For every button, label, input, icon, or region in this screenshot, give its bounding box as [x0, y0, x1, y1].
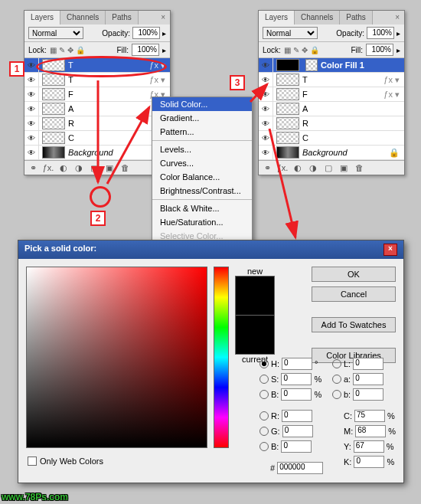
current-swatch: [235, 315, 275, 355]
layer-thumb: [276, 59, 299, 71]
L-input[interactable]: 0: [353, 358, 383, 370]
adjustment-menu: Solid Color... Gradient... Pattern... Le…: [152, 97, 253, 244]
fill-value[interactable]: 100%: [132, 44, 159, 56]
add-swatches-button[interactable]: Add To Swatches: [312, 317, 396, 332]
lock-label: Lock:: [28, 46, 47, 54]
folder-icon[interactable]: ▢: [89, 162, 100, 173]
layer-row[interactable]: Tƒx ▾: [259, 73, 404, 87]
radio-L[interactable]: [332, 359, 341, 368]
eye-icon[interactable]: [24, 131, 39, 145]
mask-icon[interactable]: ◐: [58, 162, 69, 173]
eye-icon[interactable]: [259, 58, 273, 72]
layer-row[interactable]: R: [259, 116, 404, 131]
new-layer-icon[interactable]: ▣: [104, 162, 115, 173]
color-picker-dialog: Pick a solid color:× new current OK Canc…: [18, 240, 404, 483]
ok-button[interactable]: OK: [312, 267, 396, 282]
lock-brush-icon[interactable]: ✎: [59, 46, 65, 54]
hex-input[interactable]: 000000: [277, 462, 323, 474]
opacity-label: Opacity:: [102, 29, 130, 38]
step-2: 2: [90, 211, 106, 226]
radio-s[interactable]: [259, 375, 269, 384]
menu-pattern[interactable]: Pattern...: [152, 125, 252, 139]
lock-all-icon[interactable]: 🔒: [76, 46, 85, 54]
layer-row[interactable]: Color Fill 1: [259, 58, 404, 73]
radio-g[interactable]: [259, 427, 269, 436]
layer-row[interactable]: Fƒx ▾: [259, 87, 404, 102]
radio-h[interactable]: [259, 359, 269, 368]
menu-color-balance[interactable]: Color Balance...: [152, 170, 252, 184]
lock-move-icon[interactable]: ✥: [67, 46, 73, 54]
layer-row[interactable]: A: [24, 102, 170, 116]
layer-row[interactable]: A: [259, 102, 404, 116]
layer-row[interactable]: R: [24, 116, 170, 131]
mask-thumb: [305, 59, 318, 71]
layer-row[interactable]: Background🔒: [24, 146, 170, 160]
layer-row[interactable]: C: [24, 131, 170, 146]
close-icon[interactable]: ×: [156, 11, 170, 25]
layer-row[interactable]: Background🔒: [259, 146, 404, 160]
new-label: new: [235, 267, 275, 276]
menu-brightness-contrast[interactable]: Brightness/Contrast...: [152, 184, 252, 198]
s-input[interactable]: 0: [281, 373, 312, 385]
menu-curves[interactable]: Curves...: [152, 156, 252, 170]
step-1: 1: [9, 61, 24, 77]
eye-icon[interactable]: [24, 116, 39, 130]
layer-row[interactable]: Fƒx ▾: [24, 87, 170, 102]
layers-panel-2: LayersChannelsPaths× NormalOpacity:100%▸…: [258, 10, 405, 175]
cancel-button[interactable]: Cancel: [312, 286, 396, 302]
eye-icon[interactable]: [24, 87, 39, 101]
radio-b[interactable]: [259, 390, 269, 399]
checkbox[interactable]: [28, 457, 37, 466]
hue-slider[interactable]: [214, 267, 229, 448]
h-input[interactable]: 0: [282, 358, 312, 370]
a-input[interactable]: 0: [353, 373, 383, 385]
tab-layers[interactable]: Layers: [24, 11, 60, 25]
radio-b3[interactable]: [332, 390, 341, 399]
menu-hue-sat[interactable]: Hue/Saturation...: [152, 215, 252, 229]
only-web-colors[interactable]: Only Web Colors: [28, 457, 103, 466]
link-icon[interactable]: ⚭: [28, 162, 38, 173]
layer-row[interactable]: C: [259, 131, 404, 146]
tab-layers[interactable]: Layers: [259, 11, 295, 25]
saturation-value-field[interactable]: [26, 267, 207, 448]
tab-paths[interactable]: Paths: [106, 11, 139, 25]
watermark: www.78Ps.com: [2, 492, 68, 502]
tab-channels[interactable]: Channels: [60, 11, 106, 25]
radio-b2[interactable]: [259, 442, 269, 451]
fx-icon[interactable]: ƒx.: [43, 162, 54, 173]
trash-icon[interactable]: 🗑: [119, 162, 130, 173]
eye-icon[interactable]: [24, 73, 39, 87]
blend-mode-select[interactable]: Normal: [263, 27, 318, 39]
layers-panel-1: Layers Channels Paths × Normal Opacity: …: [24, 10, 171, 175]
close-icon[interactable]: ×: [383, 244, 397, 256]
callout-ring-2: [90, 186, 111, 208]
menu-black-white[interactable]: Black & White...: [152, 201, 252, 215]
r-input[interactable]: 0: [282, 410, 312, 422]
eye-icon[interactable]: [24, 146, 39, 159]
tab-channels[interactable]: Channels: [295, 11, 340, 25]
blend-mode-select[interactable]: Normal: [28, 27, 83, 39]
menu-levels[interactable]: Levels...: [152, 142, 252, 156]
eye-icon[interactable]: [24, 102, 39, 116]
g-input[interactable]: 0: [282, 425, 313, 437]
menu-gradient[interactable]: Gradient...: [152, 111, 252, 125]
layer-bottom-bar: ⚭ ƒx. ◐ ◑ ▢ ▣ 🗑: [24, 160, 170, 175]
radio-r[interactable]: [259, 411, 269, 421]
b3-input[interactable]: 0: [353, 388, 383, 401]
fill-label: Fill:: [116, 46, 129, 54]
K-input[interactable]: 0: [354, 456, 384, 468]
adjustment-icon[interactable]: ◑: [73, 162, 84, 173]
close-icon[interactable]: ×: [390, 11, 404, 25]
C-input[interactable]: 75: [354, 410, 385, 422]
new-swatch: [235, 276, 275, 316]
opacity-value[interactable]: 100%: [132, 27, 160, 39]
dialog-title: Pick a solid color:: [24, 244, 96, 256]
tab-paths[interactable]: Paths: [340, 11, 373, 25]
Y-input[interactable]: 67: [354, 440, 384, 453]
b2-input[interactable]: 0: [281, 440, 312, 453]
menu-solid-color[interactable]: Solid Color...: [152, 97, 252, 111]
M-input[interactable]: 68: [355, 425, 386, 437]
bv-input[interactable]: 0: [281, 388, 312, 401]
radio-a[interactable]: [332, 375, 341, 384]
lock-transparent-icon[interactable]: ▦: [50, 46, 57, 54]
